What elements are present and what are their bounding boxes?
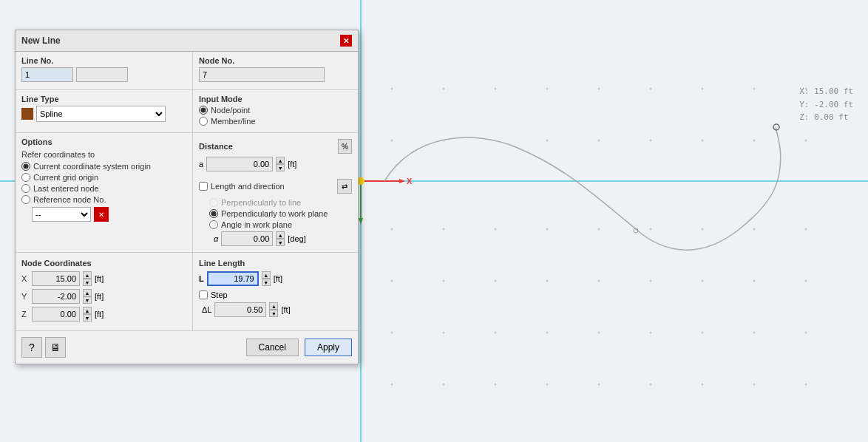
l-spin-down[interactable]: ▼: [262, 279, 271, 286]
delta-row: ΔL ▲ ▼ [ft]: [199, 302, 352, 317]
svg-point-14: [546, 88, 549, 90]
radio-last-node-label[interactable]: Last entered node: [21, 184, 186, 193]
svg-point-29: [391, 228, 393, 231]
line-no-input2[interactable]: [76, 67, 128, 82]
z-spin-down[interactable]: ▼: [83, 314, 92, 322]
radio-current-coord[interactable]: [21, 162, 30, 171]
dialog-title: New Line: [21, 35, 61, 46]
y-label: Y: [21, 292, 29, 301]
length-dir-radios: Perpendicularly to line Perpendicularly …: [199, 198, 352, 229]
radio-node-point-label[interactable]: Node/point: [199, 106, 352, 115]
line-type-select[interactable]: Spline: [36, 106, 166, 122]
node-no-input[interactable]: [199, 67, 325, 82]
line-no-input[interactable]: [21, 67, 73, 82]
delta-l-label: ΔL: [202, 305, 211, 314]
x-spin-up[interactable]: ▲: [83, 271, 92, 279]
help-button[interactable]: ?: [21, 337, 42, 358]
svg-point-36: [753, 228, 756, 231]
l-spin-up[interactable]: ▲: [262, 271, 271, 279]
delta-l-input[interactable]: [214, 302, 266, 317]
right-input-section: Distance % a ▲ ▼ [ft] Length an: [193, 133, 358, 252]
svg-point-45: [753, 280, 756, 282]
delta-spin-up[interactable]: ▲: [269, 302, 278, 310]
svg-point-59: [546, 384, 549, 386]
input-mode-radios: Node/point Member/line: [199, 106, 352, 126]
radio-angle-work-plane[interactable]: [209, 220, 218, 229]
radio-current-grid[interactable]: [21, 173, 30, 182]
l-unit: [ft]: [274, 274, 282, 283]
svg-point-42: [598, 280, 600, 282]
x-input[interactable]: [32, 271, 80, 286]
dist-spin-up[interactable]: ▲: [276, 157, 285, 164]
step-checkbox-label[interactable]: Step: [199, 290, 352, 299]
radio-node-point[interactable]: [199, 106, 208, 115]
angle-spin-up[interactable]: ▲: [276, 231, 285, 239]
radio-angle-work-plane-text: Angle in work plane: [221, 220, 292, 229]
y-input[interactable]: [32, 289, 80, 304]
line-length-section: Line Length L ▲ ▼ [ft] Step: [193, 253, 358, 330]
svg-point-53: [702, 332, 704, 334]
radio-last-node[interactable]: [21, 184, 30, 193]
delta-spinner: ▲ ▼: [269, 302, 278, 317]
z-input[interactable]: [32, 307, 80, 322]
z-spinner: ▲ ▼: [83, 307, 92, 322]
node-coords-section: Node Coordinates X ▲ ▼ [ft] Y ▲: [16, 253, 193, 330]
length-dir-icon-button[interactable]: ⇄: [337, 179, 352, 194]
dist-spin-down[interactable]: ▼: [276, 164, 285, 171]
line-node-row: Line No. Node No.: [16, 52, 358, 90]
l-spinner: ▲ ▼: [262, 271, 271, 286]
svg-point-43: [650, 280, 652, 282]
length-dir-label: Length and direction: [211, 182, 285, 191]
svg-point-22: [495, 140, 497, 142]
y-spin-down[interactable]: ▼: [83, 296, 92, 304]
radio-perp-to-line[interactable]: [209, 198, 218, 207]
percent-button[interactable]: %: [338, 139, 352, 154]
dist-spinner: ▲ ▼: [276, 157, 285, 171]
dialog-body: Line No. Node No. Line Type Spline: [16, 52, 358, 364]
svg-point-31: [495, 228, 497, 231]
input-mode-section: Input Mode Node/point Member/line: [193, 90, 358, 132]
close-button[interactable]: ✕: [340, 35, 352, 47]
options-section: Options Refer coordinates to Current coo…: [16, 133, 193, 252]
svg-point-50: [546, 332, 549, 334]
cancel-button[interactable]: Cancel: [246, 339, 299, 356]
radio-current-grid-label[interactable]: Current grid origin: [21, 173, 186, 182]
x-spin-down[interactable]: ▼: [83, 279, 92, 286]
l-label: L: [199, 274, 204, 283]
ref-node-select[interactable]: --: [32, 207, 91, 222]
radio-ref-node-text: Reference node No.: [33, 195, 106, 204]
radio-current-coord-label[interactable]: Current coordinate system origin: [21, 162, 186, 171]
monitor-button[interactable]: 🖥: [45, 337, 66, 358]
radio-member-line[interactable]: [199, 117, 208, 126]
options-title: Options: [21, 137, 186, 146]
radio-member-line-label[interactable]: Member/line: [199, 117, 352, 126]
distance-a-input[interactable]: [206, 157, 273, 171]
z-label: Z: [21, 310, 29, 319]
node-coords-title: Node Coordinates: [21, 259, 186, 268]
radio-angle-work-plane-label[interactable]: Angle in work plane: [209, 220, 352, 229]
ref-node-clear-button[interactable]: ✕: [94, 207, 109, 222]
y-spin-up[interactable]: ▲: [83, 289, 92, 296]
radio-perp-to-line-label[interactable]: Perpendicularly to line: [209, 198, 352, 207]
action-buttons: Cancel Apply: [246, 339, 352, 356]
z-spin-up[interactable]: ▲: [83, 307, 92, 314]
radio-perp-to-plane[interactable]: [209, 209, 218, 218]
angle-input[interactable]: [221, 231, 273, 246]
y-spinner: ▲ ▼: [83, 289, 92, 304]
apply-button[interactable]: Apply: [305, 339, 352, 356]
length-dir-checkbox[interactable]: [199, 182, 208, 191]
radio-ref-node-label[interactable]: Reference node No.: [21, 195, 186, 204]
line-length-input[interactable]: [207, 271, 259, 286]
bottom-section: Node Coordinates X ▲ ▼ [ft] Y ▲: [16, 253, 358, 331]
angle-spin-down[interactable]: ▼: [276, 239, 285, 246]
svg-point-35: [702, 228, 704, 231]
delta-spin-down[interactable]: ▼: [269, 310, 278, 317]
step-checkbox[interactable]: [199, 290, 208, 299]
line-no-section: Line No.: [16, 52, 193, 89]
node-no-section: Node No.: [193, 52, 358, 89]
refer-coords-label: Refer coordinates to: [21, 150, 186, 159]
distance-header: Distance %: [199, 139, 352, 154]
radio-perp-to-plane-label[interactable]: Perpendicularly to work plane: [209, 209, 352, 218]
radio-ref-node[interactable]: [21, 195, 30, 204]
radio-node-point-text: Node/point: [211, 106, 250, 115]
